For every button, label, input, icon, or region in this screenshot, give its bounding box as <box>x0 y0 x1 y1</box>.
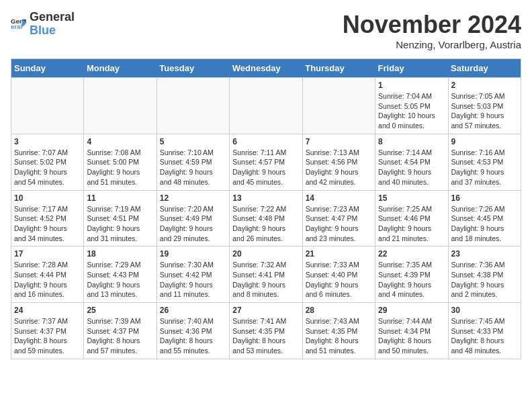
day-number: 26 <box>160 306 226 315</box>
day-info: Sunrise: 7:26 AM Sunset: 4:45 PM Dayligh… <box>451 204 518 244</box>
day-info: Sunrise: 7:11 AM Sunset: 4:57 PM Dayligh… <box>232 148 299 187</box>
calendar-day: 17Sunrise: 7:28 AM Sunset: 4:44 PM Dayli… <box>11 246 84 303</box>
day-number: 21 <box>306 249 372 259</box>
day-info: Sunrise: 7:20 AM Sunset: 4:49 PM Dayligh… <box>160 204 226 244</box>
day-info: Sunrise: 7:25 AM Sunset: 4:46 PM Dayligh… <box>378 204 445 244</box>
month-title: November 2024 <box>343 11 521 39</box>
calendar-week-3: 10Sunrise: 7:17 AM Sunset: 4:52 PM Dayli… <box>11 190 521 246</box>
calendar-day: 12Sunrise: 7:20 AM Sunset: 4:49 PM Dayli… <box>157 190 229 246</box>
calendar-day <box>11 78 84 134</box>
calendar-day: 5Sunrise: 7:10 AM Sunset: 4:59 PM Daylig… <box>157 134 229 190</box>
calendar-week-4: 17Sunrise: 7:28 AM Sunset: 4:44 PM Dayli… <box>11 246 521 303</box>
day-info: Sunrise: 7:17 AM Sunset: 4:52 PM Dayligh… <box>14 204 81 244</box>
day-number: 12 <box>160 193 226 203</box>
calendar-day <box>302 78 375 134</box>
calendar-day: 20Sunrise: 7:32 AM Sunset: 4:41 PM Dayli… <box>230 246 302 303</box>
calendar-day: 7Sunrise: 7:13 AM Sunset: 4:56 PM Daylig… <box>302 134 375 190</box>
day-number: 7 <box>306 137 372 146</box>
day-number: 1 <box>378 81 445 90</box>
day-info: Sunrise: 7:16 AM Sunset: 4:53 PM Dayligh… <box>451 148 518 187</box>
day-number: 23 <box>451 249 518 259</box>
day-info: Sunrise: 7:10 AM Sunset: 4:59 PM Dayligh… <box>160 148 226 187</box>
day-number: 14 <box>306 193 372 203</box>
day-number: 9 <box>451 137 518 146</box>
calendar-day: 21Sunrise: 7:33 AM Sunset: 4:40 PM Dayli… <box>302 246 375 303</box>
calendar-day: 4Sunrise: 7:08 AM Sunset: 5:00 PM Daylig… <box>84 134 157 190</box>
day-header-sunday: Sunday <box>11 59 84 78</box>
day-info: Sunrise: 7:41 AM Sunset: 4:35 PM Dayligh… <box>232 316 299 356</box>
day-info: Sunrise: 7:08 AM Sunset: 5:00 PM Dayligh… <box>87 148 153 187</box>
day-info: Sunrise: 7:39 AM Sunset: 4:37 PM Dayligh… <box>87 316 153 356</box>
day-info: Sunrise: 7:07 AM Sunset: 5:02 PM Dayligh… <box>14 148 81 187</box>
day-number: 25 <box>87 306 153 315</box>
day-number: 18 <box>87 249 153 259</box>
calendar-day: 25Sunrise: 7:39 AM Sunset: 4:37 PM Dayli… <box>84 303 157 359</box>
calendar-week-5: 24Sunrise: 7:37 AM Sunset: 4:37 PM Dayli… <box>11 303 521 359</box>
calendar-day: 24Sunrise: 7:37 AM Sunset: 4:37 PM Dayli… <box>11 303 84 359</box>
day-header-wednesday: Wednesday <box>230 59 302 78</box>
calendar-day: 16Sunrise: 7:26 AM Sunset: 4:45 PM Dayli… <box>448 190 521 246</box>
day-info: Sunrise: 7:22 AM Sunset: 4:48 PM Dayligh… <box>232 204 299 244</box>
calendar-day: 18Sunrise: 7:29 AM Sunset: 4:43 PM Dayli… <box>84 246 157 303</box>
day-number: 5 <box>160 137 226 146</box>
day-info: Sunrise: 7:30 AM Sunset: 4:42 PM Dayligh… <box>160 260 226 300</box>
day-number: 8 <box>378 137 445 146</box>
day-info: Sunrise: 7:33 AM Sunset: 4:40 PM Dayligh… <box>306 260 372 300</box>
day-number: 27 <box>232 306 299 315</box>
day-header-monday: Monday <box>84 59 157 78</box>
calendar-day: 26Sunrise: 7:40 AM Sunset: 4:36 PM Dayli… <box>157 303 229 359</box>
day-number: 28 <box>306 306 372 315</box>
title-area: November 2024 Nenzing, Vorarlberg, Austr… <box>343 11 521 50</box>
calendar-day: 29Sunrise: 7:44 AM Sunset: 4:34 PM Dayli… <box>375 303 448 359</box>
day-info: Sunrise: 7:32 AM Sunset: 4:41 PM Dayligh… <box>232 260 299 300</box>
day-info: Sunrise: 7:36 AM Sunset: 4:38 PM Dayligh… <box>451 260 518 300</box>
day-info: Sunrise: 7:40 AM Sunset: 4:36 PM Dayligh… <box>160 316 226 356</box>
day-number: 6 <box>232 137 299 146</box>
day-number: 22 <box>378 249 445 259</box>
calendar-day: 1Sunrise: 7:04 AM Sunset: 5:05 PM Daylig… <box>375 78 448 134</box>
day-info: Sunrise: 7:05 AM Sunset: 5:03 PM Dayligh… <box>451 91 518 131</box>
day-info: Sunrise: 7:44 AM Sunset: 4:34 PM Dayligh… <box>378 316 445 356</box>
day-info: Sunrise: 7:28 AM Sunset: 4:44 PM Dayligh… <box>14 260 81 300</box>
day-number: 2 <box>451 81 518 90</box>
day-number: 16 <box>451 193 518 203</box>
calendar-day: 27Sunrise: 7:41 AM Sunset: 4:35 PM Dayli… <box>230 303 302 359</box>
day-number: 4 <box>87 137 153 146</box>
day-info: Sunrise: 7:14 AM Sunset: 4:54 PM Dayligh… <box>378 148 445 187</box>
day-info: Sunrise: 7:29 AM Sunset: 4:43 PM Dayligh… <box>87 260 153 300</box>
calendar-day: 14Sunrise: 7:23 AM Sunset: 4:47 PM Dayli… <box>302 190 375 246</box>
calendar-day <box>157 78 229 134</box>
logo: Gen eral General Blue <box>11 11 75 38</box>
day-info: Sunrise: 7:23 AM Sunset: 4:47 PM Dayligh… <box>306 204 372 244</box>
day-info: Sunrise: 7:35 AM Sunset: 4:39 PM Dayligh… <box>378 260 445 300</box>
calendar-day: 13Sunrise: 7:22 AM Sunset: 4:48 PM Dayli… <box>230 190 302 246</box>
calendar-week-2: 3Sunrise: 7:07 AM Sunset: 5:02 PM Daylig… <box>11 134 521 190</box>
location-subtitle: Nenzing, Vorarlberg, Austria <box>343 39 521 50</box>
day-info: Sunrise: 7:13 AM Sunset: 4:56 PM Dayligh… <box>306 148 372 187</box>
day-number: 11 <box>87 193 153 203</box>
day-number: 19 <box>160 249 226 259</box>
calendar-table: SundayMondayTuesdayWednesdayThursdayFrid… <box>11 58 521 359</box>
calendar-week-1: 1Sunrise: 7:04 AM Sunset: 5:05 PM Daylig… <box>11 78 521 134</box>
day-header-thursday: Thursday <box>302 59 375 78</box>
header: Gen eral General Blue November 2024 Nenz… <box>11 11 521 50</box>
day-number: 15 <box>378 193 445 203</box>
day-number: 13 <box>232 193 299 203</box>
calendar-day: 2Sunrise: 7:05 AM Sunset: 5:03 PM Daylig… <box>448 78 521 134</box>
logo-general: General <box>30 11 75 24</box>
calendar-day: 28Sunrise: 7:43 AM Sunset: 4:35 PM Dayli… <box>302 303 375 359</box>
day-header-friday: Friday <box>375 59 448 78</box>
day-header-saturday: Saturday <box>448 59 521 78</box>
calendar-day <box>230 78 302 134</box>
calendar-day: 11Sunrise: 7:19 AM Sunset: 4:51 PM Dayli… <box>84 190 157 246</box>
day-number: 20 <box>232 249 299 259</box>
calendar-day: 15Sunrise: 7:25 AM Sunset: 4:46 PM Dayli… <box>375 190 448 246</box>
day-info: Sunrise: 7:19 AM Sunset: 4:51 PM Dayligh… <box>87 204 153 244</box>
day-number: 10 <box>14 193 81 203</box>
day-info: Sunrise: 7:37 AM Sunset: 4:37 PM Dayligh… <box>14 316 81 356</box>
calendar-day: 6Sunrise: 7:11 AM Sunset: 4:57 PM Daylig… <box>230 134 302 190</box>
days-header-row: SundayMondayTuesdayWednesdayThursdayFrid… <box>11 59 521 78</box>
day-number: 17 <box>14 249 81 259</box>
calendar-day: 22Sunrise: 7:35 AM Sunset: 4:39 PM Dayli… <box>375 246 448 303</box>
day-number: 30 <box>451 306 518 315</box>
